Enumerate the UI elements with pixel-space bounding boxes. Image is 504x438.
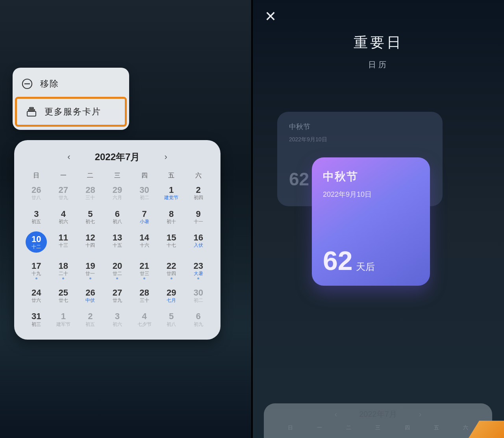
- calendar-day[interactable]: 17十九: [23, 260, 50, 281]
- next-month-button[interactable]: ›: [160, 150, 171, 164]
- calendar-day[interactable]: 6初八: [104, 208, 131, 226]
- day-sublabel: 初九: [185, 322, 212, 327]
- weekday-label: 日: [23, 172, 50, 180]
- highlight-box: 更多服务卡片: [15, 97, 127, 127]
- calendar-day[interactable]: 24廿六: [23, 286, 50, 305]
- calendar-day[interactable]: 20廿二: [104, 260, 131, 281]
- close-button[interactable]: ✕: [262, 7, 279, 26]
- calendar-day[interactable]: 27廿九: [50, 184, 77, 202]
- day-number: 4: [131, 312, 158, 321]
- calendar-day[interactable]: 9十一: [185, 208, 212, 226]
- day-sublabel: 十二: [32, 244, 41, 249]
- calendar-day[interactable]: 8初十: [158, 208, 185, 226]
- day-sublabel: 廿四: [158, 271, 185, 276]
- day-number: 27: [50, 185, 77, 195]
- day-number: 26: [77, 288, 104, 298]
- calendar-day[interactable]: 27廿九: [104, 286, 131, 305]
- calendar-day[interactable]: 1建党节: [158, 184, 185, 202]
- day-sublabel: 十三: [50, 242, 77, 248]
- calendar-preview-card[interactable]: ‹ 2022年7月 › 日一二三四五六: [264, 403, 492, 438]
- day-sublabel: 初五: [77, 322, 104, 327]
- calendar-day[interactable]: 29六月: [104, 184, 131, 202]
- menu-item-remove[interactable]: 移除: [13, 71, 129, 97]
- day-sublabel: 小暑: [131, 219, 158, 224]
- day-sublabel: 大暑: [185, 271, 212, 276]
- calendar-day[interactable]: 31初三: [23, 310, 50, 329]
- calendar-day[interactable]: 12十四: [77, 231, 104, 254]
- calendar-day[interactable]: 16入伏: [185, 231, 212, 254]
- calendar-day[interactable]: 2初四: [185, 184, 212, 202]
- calendar-day[interactable]: 19廿一: [77, 260, 104, 281]
- calendar-day[interactable]: 30初二: [131, 184, 158, 202]
- calendar-day[interactable]: 2初五: [77, 310, 104, 329]
- event-dot-icon: [89, 277, 91, 279]
- prev-month-button[interactable]: ‹: [335, 410, 337, 419]
- day-number: 3: [23, 209, 50, 219]
- page-header: 重要日 日历: [253, 33, 504, 70]
- day-sublabel: 初二: [185, 298, 212, 303]
- day-number: 1: [158, 185, 185, 195]
- menu-item-more-cards[interactable]: 更多服务卡片: [17, 99, 125, 125]
- day-number: 4: [50, 209, 77, 219]
- calendar-day[interactable]: 30初二: [185, 286, 212, 305]
- day-sublabel: 建党节: [158, 195, 185, 200]
- countdown-card-front[interactable]: 中秋节 2022年9月10日 62 天后: [312, 157, 430, 286]
- day-sublabel: 入伏: [185, 242, 212, 248]
- day-sublabel: 十一: [185, 219, 212, 224]
- weekday-label: 五: [422, 424, 451, 431]
- calendar-day[interactable]: 28三十: [131, 286, 158, 305]
- calendar-day[interactable]: 6初九: [185, 310, 212, 329]
- calendar-day[interactable]: 21廿三: [131, 260, 158, 281]
- calendar-title: 2022年7月: [95, 151, 140, 163]
- weekday-label: 三: [363, 424, 393, 431]
- calendar-day[interactable]: 15十七: [158, 231, 185, 254]
- calendar-day[interactable]: 14十六: [131, 231, 158, 254]
- day-sublabel: 十七: [158, 242, 185, 248]
- day-number: 13: [104, 233, 131, 242]
- day-number: 19: [77, 261, 104, 271]
- calendar-weekdays: 日一二三四五六: [23, 169, 212, 184]
- calendar-day[interactable]: 25廿七: [50, 286, 77, 305]
- day-sublabel: 六月: [104, 195, 131, 200]
- next-month-button[interactable]: ›: [419, 410, 422, 419]
- calendar-day[interactable]: 13十五: [104, 231, 131, 254]
- calendar-day[interactable]: 11十三: [50, 231, 77, 254]
- calendar-day[interactable]: 18二十: [50, 260, 77, 281]
- calendar-day[interactable]: 26中伏: [77, 286, 104, 305]
- day-number: 7: [131, 209, 158, 219]
- card-title: 中秋节: [323, 169, 419, 184]
- day-number: 21: [131, 261, 158, 271]
- day-sublabel: 七月: [158, 298, 185, 303]
- calendar-day[interactable]: 5初八: [158, 310, 185, 329]
- day-sublabel: 初十: [158, 219, 185, 224]
- weekday-label: 四: [131, 172, 158, 180]
- day-number: 28: [77, 185, 104, 195]
- card-title: 中秋节: [289, 122, 431, 131]
- calendar-day[interactable]: 7小暑: [131, 208, 158, 226]
- calendar-day[interactable]: 4七夕节: [131, 310, 158, 329]
- calendar-day[interactable]: 5初七: [77, 208, 104, 226]
- day-number: 20: [104, 261, 131, 271]
- day-sublabel: 十四: [77, 242, 104, 248]
- calendar-day[interactable]: 26廿八: [23, 184, 50, 202]
- calendar-widget[interactable]: ‹ 2022年7月 › 日一二三四五六 26廿八27廿九28三十29六月30初二…: [14, 140, 220, 340]
- calendar-day[interactable]: 23大暑: [185, 260, 212, 281]
- day-number: 31: [23, 312, 50, 321]
- right-screen: ✕ 重要日 日历 中秋节 2022年9月10日 62 中秋节 2022年9月10…: [253, 0, 504, 438]
- day-sublabel: 廿六: [23, 298, 50, 303]
- calendar-day[interactable]: 1建军节: [50, 310, 77, 329]
- calendar-day[interactable]: 10十二: [23, 231, 50, 254]
- calendar-day[interactable]: 29七月: [158, 286, 185, 305]
- day-sublabel: 廿一: [77, 271, 104, 276]
- day-sublabel: 初六: [104, 322, 131, 327]
- day-number: 10: [32, 235, 41, 244]
- card-date: 2022年9月10日: [323, 190, 419, 199]
- calendar-day[interactable]: 3初五: [23, 208, 50, 226]
- calendar-day[interactable]: 4初六: [50, 208, 77, 226]
- prev-month-button[interactable]: ‹: [63, 150, 74, 164]
- calendar-day[interactable]: 3初六: [104, 310, 131, 329]
- calendar-day[interactable]: 22廿四: [158, 260, 185, 281]
- day-sublabel: 初四: [185, 195, 212, 200]
- calendar-day[interactable]: 28三十: [77, 184, 104, 202]
- day-sublabel: 中伏: [77, 298, 104, 303]
